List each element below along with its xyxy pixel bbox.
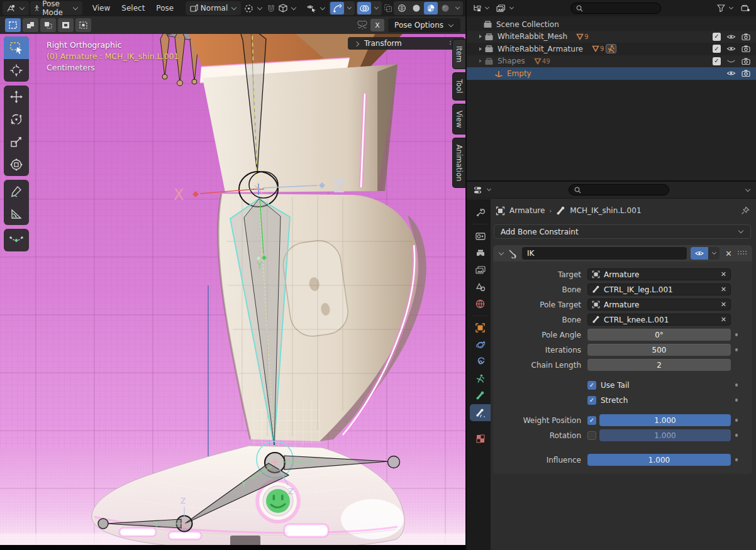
show-overlays-toggle[interactable]	[357, 2, 371, 14]
properties-search-input[interactable]	[584, 185, 653, 195]
overlays-dropdown[interactable]	[372, 2, 381, 14]
tab-bone[interactable]	[470, 387, 491, 404]
properties-editor-type-button[interactable]	[472, 183, 494, 197]
menu-pose[interactable]: Pose	[151, 2, 179, 14]
select-mode-invert-button[interactable]	[58, 18, 74, 32]
shading-solid-button[interactable]	[409, 2, 423, 14]
properties-options-chevron-icon[interactable]	[745, 186, 750, 191]
rotation-checkbox[interactable]	[587, 431, 596, 440]
shading-dropdown[interactable]	[453, 2, 462, 14]
exclude-checkbox[interactable]: ✓	[713, 57, 721, 65]
transform-panel-header[interactable]: Transform	[348, 37, 465, 50]
tool-annotate-button[interactable]	[4, 180, 29, 202]
constraint-extras-dropdown[interactable]	[708, 247, 720, 260]
gizmo-dropdown[interactable]	[345, 2, 353, 14]
pin-icon[interactable]	[741, 206, 750, 215]
editor-type-button[interactable]	[3, 1, 29, 15]
weight-position-slider[interactable]: 1.000	[599, 414, 731, 426]
tab-object-constraints[interactable]	[470, 353, 491, 370]
disclosure-triangle-icon[interactable]	[479, 47, 482, 51]
constraint-delete-button[interactable]: ✕	[723, 249, 734, 258]
show-gizmo-toggle[interactable]	[330, 2, 344, 14]
disable-render-camera-toggle[interactable]	[740, 70, 751, 77]
pole-target-object-field[interactable]: Armature ✕	[587, 299, 731, 311]
constraint-enable-eye-toggle[interactable]	[691, 247, 708, 260]
weight-position-checkbox[interactable]: ✓	[587, 416, 596, 425]
pivot-point-dropdown[interactable]	[242, 1, 265, 15]
select-mode-intersect-button[interactable]	[75, 18, 91, 32]
chain-length-value-field[interactable]: 2	[587, 359, 731, 371]
exclude-checkbox[interactable]: ✓	[713, 45, 721, 53]
tab-bone-constraints[interactable]	[470, 404, 491, 421]
constraint-name-field[interactable]: IK	[522, 247, 687, 260]
tool-move-button[interactable]	[4, 85, 29, 108]
clear-field-icon[interactable]: ✕	[721, 270, 726, 278]
new-collection-button[interactable]	[738, 2, 752, 14]
select-mode-subtract-button[interactable]	[40, 18, 56, 32]
animate-decorator[interactable]	[735, 383, 738, 387]
add-bone-constraint-button[interactable]: Add Bone Constraint	[494, 224, 751, 239]
collapse-chevron-icon[interactable]	[499, 250, 504, 255]
viewport-canvas[interactable]: X Z Y	[0, 34, 465, 550]
disable-render-camera-toggle[interactable]	[740, 58, 751, 65]
target-object-field[interactable]: Armature ✕	[587, 268, 731, 280]
outliner-filter-button[interactable]	[715, 1, 736, 15]
tab-view-layer[interactable]	[470, 261, 491, 278]
tab-world[interactable]	[470, 295, 491, 312]
hide-eye-toggle[interactable]	[726, 33, 737, 40]
snap-target-dropdown[interactable]	[277, 1, 299, 15]
disable-render-camera-toggle[interactable]	[740, 33, 751, 40]
sidebar-tab-item[interactable]: Item	[452, 39, 465, 69]
outliner-editor-type-button[interactable]	[470, 1, 492, 15]
tab-render[interactable]	[470, 228, 491, 245]
disclosure-triangle-icon[interactable]	[479, 35, 482, 38]
pole-bone-field[interactable]: CTRL_knee.L.001 ✕	[587, 314, 731, 326]
outliner-search[interactable]	[570, 3, 661, 14]
outliner-row-shapes[interactable]: Shapes 49 ✓	[467, 55, 756, 68]
menu-view[interactable]: View	[87, 2, 115, 14]
pole-angle-value-field[interactable]: 0°	[587, 329, 731, 341]
select-mode-set-button[interactable]	[5, 18, 21, 32]
tab-texture[interactable]	[470, 430, 491, 447]
mirror-x-toggle[interactable]: X	[370, 19, 384, 31]
shading-wireframe-button[interactable]	[395, 2, 409, 14]
hide-eye-toggle-closed[interactable]	[726, 58, 737, 65]
tool-scale-button[interactable]	[4, 131, 29, 153]
snap-toggle-magnet-icon[interactable]	[266, 2, 275, 14]
disclosure-triangle-icon[interactable]	[479, 59, 482, 63]
hide-eye-toggle[interactable]	[726, 45, 737, 52]
animate-decorator[interactable]	[735, 333, 738, 336]
xray-toggle[interactable]	[383, 2, 392, 14]
sidebar-tab-view[interactable]: View	[452, 104, 465, 135]
use-tail-checkbox[interactable]: ✓	[587, 381, 596, 390]
tab-physics[interactable]	[470, 336, 491, 353]
shading-material-preview-button[interactable]	[424, 2, 438, 14]
transform-orientation-dropdown[interactable]: Normal	[186, 1, 241, 15]
clear-field-icon[interactable]: ✕	[721, 316, 726, 324]
clear-field-icon[interactable]: ✕	[721, 300, 726, 309]
influence-slider[interactable]: 1.000	[587, 454, 731, 466]
outliner-search-input[interactable]	[586, 3, 655, 13]
tab-object[interactable]	[470, 319, 491, 336]
menu-select[interactable]: Select	[116, 2, 150, 14]
tool-measure-button[interactable]	[4, 202, 29, 225]
target-bone-field[interactable]: CTRL_IK_leg.L.001 ✕	[587, 283, 731, 295]
outliner-row-scene-collection[interactable]: Scene Collection	[467, 18, 756, 31]
animate-decorator[interactable]	[735, 348, 738, 351]
outliner-row-whiterabbit-mesh[interactable]: WhiteRabbit_Mesh 9 ✓	[467, 31, 756, 43]
animate-decorator[interactable]	[735, 458, 738, 461]
animate-decorator[interactable]	[735, 419, 738, 422]
outliner-row-whiterabbit-armature[interactable]: WhiteRabbit_Armature 9 ✓	[467, 43, 756, 55]
animate-decorator[interactable]	[735, 399, 738, 402]
tab-scene[interactable]	[470, 278, 491, 295]
shading-rendered-button[interactable]	[438, 2, 452, 14]
constraint-drag-handle-icon[interactable]	[738, 251, 748, 256]
ik-panel-header[interactable]: IK ✕	[493, 245, 752, 261]
hide-eye-toggle[interactable]	[726, 70, 737, 77]
properties-search[interactable]	[569, 184, 669, 195]
clear-field-icon[interactable]: ✕	[721, 285, 726, 294]
iterations-value-field[interactable]: 500	[587, 344, 731, 356]
animate-decorator[interactable]	[735, 434, 738, 437]
pose-options-dropdown[interactable]: Pose Options	[388, 18, 460, 32]
breadcrumb-bone[interactable]: MCH_IK_shin.L.001	[570, 206, 641, 215]
